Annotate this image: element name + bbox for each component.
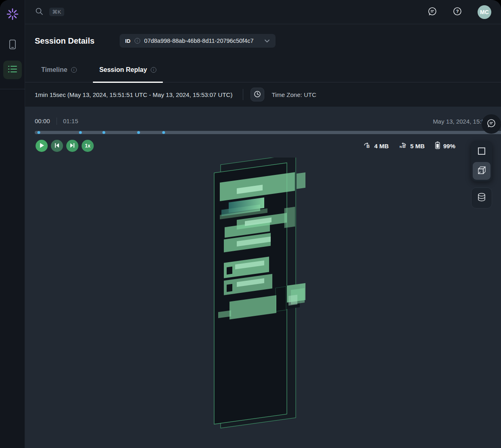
- search-shortcut-badge: ⌘K: [49, 8, 64, 16]
- phone-icon: [8, 39, 17, 52]
- chat-bubble-icon: [486, 118, 496, 130]
- session-id-value: 07d8a998-88ab-46b8-8d11-20796c50f4c7: [144, 38, 254, 44]
- sidebar-item-sessions[interactable]: [3, 61, 22, 79]
- topbar: ⌘K: [25, 0, 501, 24]
- svg-text:N: N: [400, 145, 402, 148]
- tab-timeline[interactable]: Timeline i: [35, 66, 83, 83]
- view-mode-toggle: [471, 141, 492, 181]
- sidebar-item-devices[interactable]: [4, 37, 21, 53]
- session-replay-panel: 00:00 01:15 May 13, 2024, 15:51:52 UTC: [25, 107, 501, 448]
- brand-logo-icon: [5, 6, 20, 22]
- event-marker[interactable]: [38, 131, 40, 134]
- data-received-stat: N B 5 MB: [399, 142, 425, 151]
- event-marker[interactable]: [79, 131, 82, 134]
- search-icon: [35, 7, 44, 17]
- timezone-button[interactable]: [250, 88, 264, 101]
- play-button[interactable]: [36, 140, 48, 152]
- play-icon: [39, 143, 44, 149]
- skip-back-icon: [54, 143, 60, 149]
- replay-3d-scene[interactable]: [202, 158, 315, 438]
- tab-session-replay[interactable]: Session Replay i: [93, 66, 163, 83]
- svg-text:B: B: [366, 143, 370, 148]
- session-duration: 1min 15sec (May 13, 2024, 15:51:51 UTC -…: [35, 91, 232, 98]
- info-icon: i: [71, 67, 77, 73]
- chevron-down-icon: [264, 37, 270, 44]
- tab-timeline-label: Timeline: [41, 66, 67, 74]
- data-layers-button[interactable]: [471, 187, 492, 208]
- battery-stat: 99%: [435, 141, 455, 151]
- svg-text:?: ?: [456, 9, 459, 14]
- battery-icon: [435, 141, 440, 151]
- playback-speed-button[interactable]: 1x: [82, 140, 94, 152]
- user-avatar[interactable]: MC: [478, 5, 491, 19]
- battery-value: 99%: [443, 143, 455, 149]
- skip-forward-icon: [69, 143, 75, 149]
- clock-icon: [254, 90, 261, 99]
- view-2d-button[interactable]: [473, 143, 490, 160]
- data-sent-icon: B: [363, 142, 371, 151]
- support-chat-button[interactable]: [482, 114, 501, 134]
- chat-bubble-icon: [427, 6, 437, 17]
- sidebar: [0, 0, 25, 448]
- data-received-icon: N B: [399, 142, 407, 151]
- page-header: Session Details ID i 07d8a998-88ab-46b8-…: [25, 24, 501, 57]
- help-button[interactable]: ?: [453, 6, 462, 17]
- session-id-dropdown[interactable]: ID i 07d8a998-88ab-46b8-8d11-20796c50f4c…: [120, 34, 276, 48]
- feedback-button[interactable]: [427, 6, 437, 17]
- scrubber-bar[interactable]: [35, 131, 501, 134]
- app-window: ⌘K: [0, 0, 501, 448]
- data-received-value: 5 MB: [410, 143, 425, 149]
- info-icon: i: [135, 38, 140, 44]
- svg-text:B: B: [402, 143, 406, 148]
- tab-session-replay-label: Session Replay: [99, 66, 147, 74]
- session-stats: B 4 MB N B 5 MB: [363, 141, 455, 151]
- session-id-label: ID: [125, 38, 131, 44]
- square-icon: [477, 147, 486, 157]
- database-icon: [477, 192, 486, 204]
- main-area: ⌘K: [25, 0, 501, 448]
- divider: [243, 89, 243, 100]
- tab-bar: Timeline i Session Replay i: [25, 57, 501, 82]
- divider: [57, 118, 57, 125]
- data-sent-stat: B 4 MB: [363, 142, 389, 151]
- cube-3d-icon: [477, 166, 486, 177]
- data-sent-value: 4 MB: [374, 143, 389, 149]
- search-input[interactable]: ⌘K: [35, 7, 64, 17]
- skip-to-end-button[interactable]: [66, 140, 78, 152]
- list-icon: [8, 65, 17, 75]
- info-icon: i: [151, 67, 156, 73]
- event-marker[interactable]: [162, 131, 165, 134]
- timezone-label: Time Zone: UTC: [272, 91, 316, 98]
- event-marker[interactable]: [102, 131, 105, 134]
- playhead-time: 00:00: [35, 118, 50, 124]
- session-duration-row: 1min 15sec (May 13, 2024, 15:51:51 UTC -…: [25, 82, 501, 107]
- session-length: 01:15: [63, 118, 78, 124]
- skip-to-start-button[interactable]: [51, 140, 63, 152]
- playback-controls: 1x: [36, 140, 94, 152]
- page-title: Session Details: [35, 36, 95, 46]
- view-3d-button[interactable]: [473, 162, 490, 180]
- question-mark-icon: ?: [453, 6, 462, 17]
- event-marker[interactable]: [137, 131, 140, 134]
- sidebar-divider: [0, 89, 25, 89]
